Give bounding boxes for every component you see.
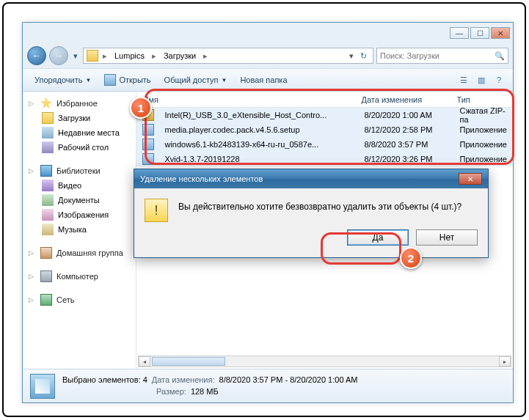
- file-type: Сжатая ZIP-па: [453, 106, 513, 124]
- downloads-icon: [42, 112, 54, 124]
- annotation-badge-2: 2: [400, 247, 422, 269]
- file-type: Приложение: [453, 125, 513, 134]
- view-options-icon[interactable]: ☰: [456, 72, 472, 88]
- breadcrumb-item[interactable]: Загрузки: [161, 51, 199, 60]
- sidebar-item-music[interactable]: Музыка: [26, 222, 133, 237]
- file-row[interactable]: windows6.1-kb2483139-x64-ru-ru_0587e...8…: [136, 137, 513, 152]
- nav-back-button[interactable]: ←: [27, 46, 46, 65]
- file-icon: [142, 124, 154, 136]
- file-name: windows6.1-kb2483139-x64-ru-ru_0587e...: [158, 140, 358, 149]
- open-icon: [104, 74, 116, 86]
- open-button[interactable]: Открыть: [98, 71, 156, 89]
- file-icon: [142, 153, 154, 165]
- window-titlebar: — ☐ ✕: [23, 23, 513, 43]
- breadcrumb-dropdown-icon[interactable]: ▾: [349, 51, 354, 61]
- search-placeholder: Поиск: Загрузки: [380, 51, 439, 60]
- nav-forward-button[interactable]: →: [49, 46, 68, 65]
- search-icon: 🔍: [495, 51, 505, 61]
- dialog-no-button[interactable]: Нет: [416, 229, 478, 246]
- sidebar-item-pictures[interactable]: Изображения: [26, 207, 133, 222]
- organize-button[interactable]: Упорядочить▼: [29, 73, 97, 87]
- scroll-thumb[interactable]: [152, 357, 225, 366]
- libraries-icon: [40, 165, 52, 177]
- scroll-left-button[interactable]: ◂: [139, 356, 150, 366]
- sidebar-item-video[interactable]: Видео: [26, 178, 133, 193]
- breadcrumb-item[interactable]: Lumpics: [112, 51, 147, 60]
- network-icon: [40, 294, 52, 306]
- status-date-value: 8/8/2020 3:57 PM - 8/20/2020 1:00 AM: [219, 375, 358, 386]
- documents-icon: [42, 194, 54, 206]
- horizontal-scrollbar[interactable]: ◂ ▸: [138, 355, 511, 367]
- dialog-titlebar: Удаление нескольких элементов ✕: [134, 169, 488, 188]
- column-header-type[interactable]: Тип: [450, 95, 513, 104]
- status-date-label: Дата изменения:: [152, 375, 215, 386]
- homegroup-icon: [40, 247, 52, 259]
- status-size-value: 128 МБ: [191, 386, 219, 397]
- preview-pane-icon[interactable]: ▥: [473, 72, 489, 88]
- file-type: Приложение: [453, 140, 513, 149]
- file-date: 8/12/2020 3:26 PM: [358, 155, 453, 163]
- status-selected-count: Выбрано элементов: 4: [62, 375, 147, 386]
- address-row: ← → ▾ ▸ Lumpics ▸ Загрузки ▸ ▾ ↻ Поиск: …: [23, 43, 513, 68]
- explorer-toolbar: Упорядочить▼ Открыть Общий доступ▼ Новая…: [23, 68, 513, 92]
- breadcrumb-bar[interactable]: ▸ Lumpics ▸ Загрузки ▸ ▾ ↻: [83, 48, 373, 64]
- selection-thumbnail-icon: [30, 374, 55, 399]
- annotation-badge-1: 1: [130, 97, 152, 119]
- file-date: 8/12/2020 2:58 PM: [358, 125, 453, 134]
- column-header-date[interactable]: Дата изменения: [355, 95, 450, 104]
- search-input[interactable]: Поиск: Загрузки 🔍: [376, 48, 508, 64]
- file-row[interactable]: media.player.codec.pack.v4.5.6.setup8/12…: [136, 122, 513, 137]
- sidebar-homegroup[interactable]: ▷Домашняя группа: [26, 246, 133, 260]
- sidebar-item-recent[interactable]: Недавние места: [26, 125, 133, 140]
- star-icon: [40, 97, 52, 109]
- new-folder-button[interactable]: Новая папка: [234, 73, 293, 87]
- desktop-icon: [42, 141, 54, 153]
- breadcrumb-separator: ▸: [101, 51, 109, 61]
- column-header-name[interactable]: Имя: [136, 95, 355, 104]
- sidebar-network[interactable]: ▷Сеть: [26, 292, 133, 307]
- sidebar-item-documents[interactable]: Документы: [26, 193, 133, 207]
- confirm-delete-dialog: Удаление нескольких элементов ✕ ! Вы дей…: [134, 169, 489, 258]
- minimize-button[interactable]: —: [450, 27, 469, 39]
- close-button[interactable]: ✕: [491, 27, 510, 39]
- nav-history-dropdown[interactable]: ▾: [71, 51, 80, 61]
- scroll-right-button[interactable]: ▸: [499, 356, 511, 366]
- file-name: Intel(R)_USB_3.0_eXtensible_Host_Contro.…: [158, 111, 358, 119]
- music-icon: [42, 224, 54, 235]
- video-icon: [42, 180, 54, 191]
- file-name: Xvid-1.3.7-20191228: [158, 155, 358, 163]
- warning-icon: !: [145, 199, 168, 222]
- file-name: media.player.codec.pack.v4.5.6.setup: [158, 125, 358, 134]
- file-icon: [142, 139, 154, 150]
- recent-icon: [42, 127, 54, 139]
- sidebar-computer[interactable]: ▷Компьютер: [26, 269, 133, 284]
- file-date: 8/8/2020 3:57 PM: [358, 140, 453, 149]
- sidebar-favorites[interactable]: ▷Избранное: [26, 96, 133, 111]
- help-icon[interactable]: ?: [491, 72, 507, 88]
- sidebar-item-desktop[interactable]: Рабочий стол: [26, 140, 133, 155]
- breadcrumb-separator: ▸: [150, 51, 158, 61]
- annotation-frame: — ☐ ✕ ← → ▾ ▸ Lumpics ▸ Загрузки ▸ ▾ ↻ П…: [2, 2, 526, 417]
- sidebar-libraries[interactable]: ▷Библиотеки: [26, 163, 133, 178]
- status-size-label: Размер:: [156, 386, 186, 397]
- computer-icon: [40, 270, 52, 282]
- sidebar-item-downloads[interactable]: Загрузки: [26, 111, 133, 125]
- folder-icon: [87, 50, 98, 62]
- file-date: 8/20/2020 1:00 AM: [358, 111, 453, 119]
- file-row[interactable]: Xvid-1.3.7-201912288/12/2020 3:26 PMПрил…: [136, 152, 513, 166]
- status-bar: Выбрано элементов: 4 Дата изменения: 8/8…: [23, 369, 513, 402]
- dialog-yes-button[interactable]: Да: [347, 229, 409, 246]
- file-row[interactable]: Intel(R)_USB_3.0_eXtensible_Host_Contro.…: [136, 108, 513, 122]
- maximize-button[interactable]: ☐: [470, 27, 489, 39]
- dialog-title-text: Удаление нескольких элементов: [140, 174, 263, 183]
- pictures-icon: [42, 209, 54, 221]
- share-button[interactable]: Общий доступ▼: [158, 73, 233, 87]
- dialog-message: Вы действительно хотите безвозвратно уда…: [178, 199, 461, 222]
- refresh-icon[interactable]: ↻: [357, 49, 370, 62]
- dialog-close-button[interactable]: ✕: [459, 173, 482, 185]
- column-header-row: Имя Дата изменения Тип: [136, 92, 513, 108]
- breadcrumb-separator: ▸: [202, 51, 209, 61]
- file-type: Приложение: [453, 155, 513, 163]
- navigation-sidebar: ▷Избранное Загрузки Недавние места Рабоч…: [23, 92, 136, 370]
